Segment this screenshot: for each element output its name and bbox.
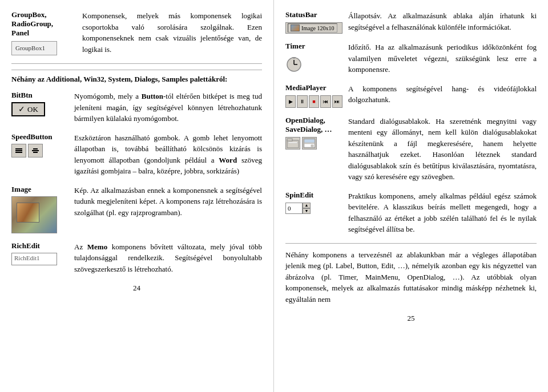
image-demo-inner [17,203,39,223]
statusbar-description: Állapotsáv. Az alkalmazásunk ablaka aljá… [348,10,537,33]
statusbar-col: StatusBar Image 120x10 [285,10,342,34]
spinedit-desc: Praktikus komponens, amely alkalmas péld… [348,191,537,235]
spinedit-name: SpinEdit [285,191,342,200]
component-row-speedbutton: SpeedButton Eszköztáron használható gomb… [11,132,262,177]
groupbox-title-line3: Panel [11,29,74,38]
opendialog-name-line2: SaveDialog, … [285,125,342,134]
statusbar-desc: Állapotsáv. Az alkalmazásunk ablaka aljá… [348,10,537,33]
spinedit-arrows: ▲ ▼ [303,203,311,214]
richedit-col: RichEdit RichEdit1 [11,241,68,265]
spin-up-button[interactable]: ▲ [303,203,311,208]
richedit-name: RichEdit [11,241,68,250]
bottom-text-block: Néhány komponens a tervezésnél az ablaku… [285,249,537,305]
bitbtn-name: BitBtn [11,91,68,100]
ok-label: OK [27,105,38,114]
opendialog-description: Standard dialógusablakok. Ha szeretnénk … [348,116,537,183]
richedit-label: RichEdit1 [14,254,40,261]
left-page: GroupBox, RadioGroup, Panel GroupBox1 Ko… [0,0,274,392]
open-dialog-icon [285,137,300,149]
component-row-image: Image Kép. Az alkalmazásban ennek a komp… [11,185,262,233]
component-row-richedit: RichEdit RichEdit1 Az Memo komponens bőv… [11,241,262,275]
richedit-description: Az Memo komponens bővített változata, me… [74,241,262,275]
right-page-number: 25 [285,314,537,323]
opendialog-col: OpenDialog, SaveDialog, … [285,116,342,149]
opendialog-desc: Standard dialógusablakok. Ha szeretnénk … [348,116,537,183]
opendialog-icon [285,137,342,149]
bottom-paragraph: Néhány komponens a tervezésnél az ablaku… [285,249,537,305]
timer-icon [285,53,342,75]
bitbtn-desc: Nyomógomb, mely a Button-tól eltérően bi… [74,91,262,124]
spinedit-icon: 0 ▲ ▼ [285,203,342,214]
bitbtn-description: Nyomógomb, mely a Button-tól eltérően bi… [74,91,262,124]
spinedit-value: 0 [288,205,291,212]
image-demo [11,196,57,233]
mediaplayer-desc: A komponens segítségével hang- és videóf… [348,83,537,106]
svg-rect-3 [33,148,38,149]
spin-down-button[interactable]: ▼ [303,208,311,214]
component-row-timer: Timer Időzítő. Ha az alkalmazásunk perio… [285,42,537,75]
timer-clock-icon [285,55,303,72]
opendialog-name-line1: OpenDialog, [285,116,342,125]
component-row-statusbar: StatusBar Image 120x10 Állapotsáv. Az al… [285,10,537,34]
component-row-bitbtn: BitBtn ✓ OK Nyomógomb, mely a Button-tól… [11,91,262,124]
image-icon [11,196,68,233]
svg-rect-5 [33,152,38,153]
ok-button-demo[interactable]: ✓ OK [11,102,45,116]
svg-rect-12 [287,139,292,141]
mp-next-button[interactable]: ⏭ [332,95,342,108]
top-left-col: GroupBox, RadioGroup, Panel GroupBox1 [11,10,74,55]
timer-desc: Időzítő. Ha az alkalmazásunk periodikus … [348,42,537,75]
svg-rect-11 [287,140,299,148]
statusbar-image-icon [291,25,300,31]
speedbutton-col: SpeedButton [11,132,68,157]
speedbutton-desc: Eszköztáron használható gombok. A gomb l… [74,132,262,177]
svg-rect-13 [288,142,297,143]
richedit-icon: RichEdit1 [11,253,68,265]
spinedit-input[interactable]: 0 [285,203,303,214]
speedbutton-name: SpeedButton [11,132,68,142]
mp-play-button[interactable]: ▶ [285,95,296,108]
svg-rect-1 [15,150,22,151]
mp-prev-button[interactable]: ⏮ [320,95,331,108]
mp-stop-button[interactable]: ■ [309,95,319,108]
speed-btn-1[interactable] [11,144,26,157]
mediaplayer-icon: ▶ ⏸ ■ ⏮ ⏭ [285,95,342,108]
groupbox-label: GroupBox1 [15,45,45,51]
svg-rect-2 [15,152,22,153]
spinedit-description: Praktikus komponens, amely alkalmas péld… [348,191,537,235]
top-right-desc: Komponensek, melyek más komponensek logi… [82,10,262,55]
svg-rect-4 [32,150,39,151]
svg-rect-17 [311,145,313,147]
section-divider-right [285,243,537,244]
image-desc: Kép. Az alkalmazásban ennek a komponensn… [74,185,262,219]
component-row-spinedit: SpinEdit 0 ▲ ▼ Praktikus komponens, amel… [285,191,537,235]
svg-rect-0 [15,148,22,149]
timer-col: Timer [285,42,342,75]
ok-checkmark-icon: ✓ [18,104,25,114]
speedbutton-icon [11,144,68,157]
timer-description: Időzítő. Ha az alkalmazásunk periodikus … [348,42,537,75]
top-section: GroupBox, RadioGroup, Panel GroupBox1 Ko… [11,10,262,55]
mediaplayer-name: MediaPlayer [285,83,342,92]
timer-name: Timer [285,42,342,51]
section-divider-top [11,63,262,64]
statusbar-panel-text: Image 120x10 [301,25,335,31]
svg-rect-15 [304,139,315,143]
bitbtn-icon: ✓ OK [11,102,68,116]
image-description: Kép. Az alkalmazásban ennek a komponensn… [74,185,262,219]
statusbar-icon: Image 120x10 [285,22,342,34]
speed-btn-2[interactable] [28,144,43,157]
bitbtn-col: BitBtn ✓ OK [11,91,68,116]
left-page-number: 24 [11,284,262,293]
richedit-desc: Az Memo komponens bővített változata, me… [74,241,262,275]
mp-pause-button[interactable]: ⏸ [297,95,307,108]
richedit-demo[interactable]: RichEdit1 [11,253,57,265]
palette-header-text: Néhány az Additional, Win32, System, Dia… [11,75,227,83]
groupbox-title-line2: RadioGroup, [11,19,74,29]
spinedit-col: SpinEdit 0 ▲ ▼ [285,191,342,214]
component-row-opendialog: OpenDialog, SaveDialog, … [285,116,537,183]
groupbox-title-line1: GroupBox, [11,10,74,19]
word-text: Word [219,156,237,164]
save-dialog-icon [302,137,317,149]
statusbar-panel: Image 120x10 [288,23,337,33]
